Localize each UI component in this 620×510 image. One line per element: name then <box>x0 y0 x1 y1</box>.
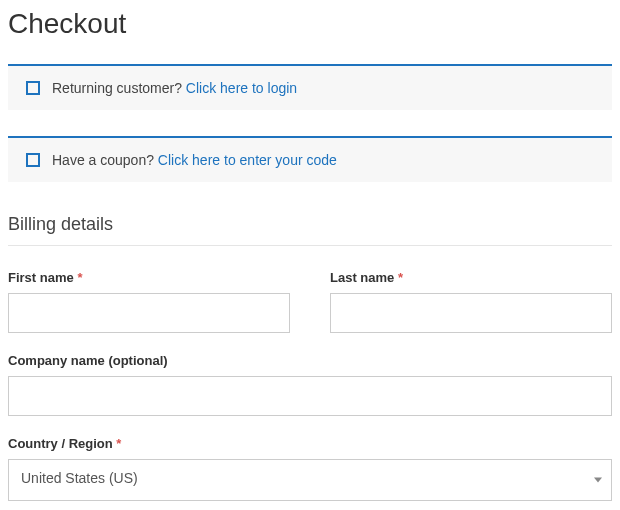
last-name-label: Last name * <box>330 270 612 285</box>
section-divider <box>8 245 612 246</box>
coupon-notice: Have a coupon? Click here to enter your … <box>8 136 612 182</box>
country-select[interactable]: United States (US) <box>8 459 612 501</box>
country-select-wrap[interactable]: United States (US) <box>8 459 612 501</box>
last-name-field-group: Last name * <box>330 270 612 333</box>
window-icon <box>26 153 40 167</box>
coupon-notice-text: Have a coupon? Click here to enter your … <box>52 152 337 168</box>
last-name-label-text: Last name <box>330 270 394 285</box>
login-notice-text: Returning customer? Click here to login <box>52 80 297 96</box>
login-notice-prefix: Returning customer? <box>52 80 186 96</box>
first-name-input[interactable] <box>8 293 290 333</box>
required-asterisk: * <box>77 270 82 285</box>
required-asterisk: * <box>116 436 121 451</box>
first-name-label-text: First name <box>8 270 74 285</box>
country-label-text: Country / Region <box>8 436 113 451</box>
billing-section-title: Billing details <box>8 214 612 235</box>
coupon-notice-prefix: Have a coupon? <box>52 152 158 168</box>
first-name-field-group: First name * <box>8 270 290 333</box>
window-icon <box>26 81 40 95</box>
company-input[interactable] <box>8 376 612 416</box>
required-asterisk: * <box>398 270 403 285</box>
company-label: Company name (optional) <box>8 353 612 368</box>
page-title: Checkout <box>8 8 612 40</box>
login-link[interactable]: Click here to login <box>186 80 297 96</box>
coupon-link[interactable]: Click here to enter your code <box>158 152 337 168</box>
last-name-input[interactable] <box>330 293 612 333</box>
country-label: Country / Region * <box>8 436 612 451</box>
first-name-label: First name * <box>8 270 290 285</box>
country-field-group: Country / Region * United States (US) <box>8 436 612 501</box>
login-notice: Returning customer? Click here to login <box>8 64 612 110</box>
company-field-group: Company name (optional) <box>8 353 612 416</box>
